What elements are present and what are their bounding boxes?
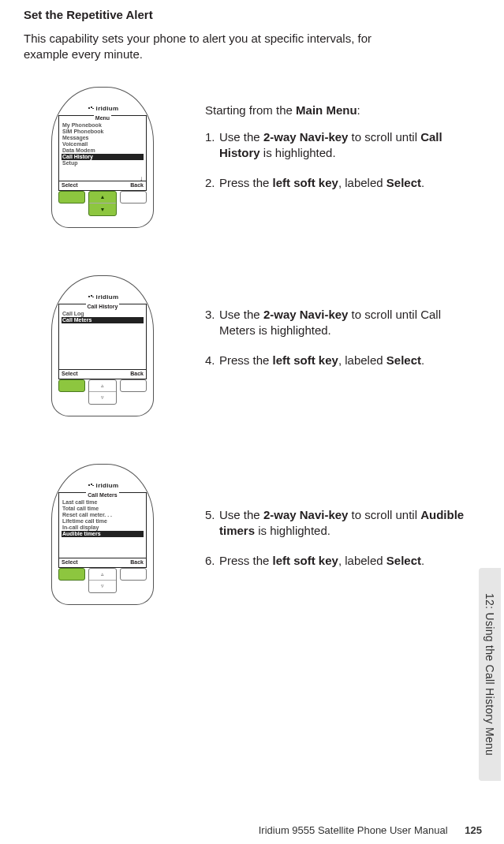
- softkey-right-label: Back: [130, 182, 144, 189]
- text: , labeled: [338, 554, 386, 567]
- phone-illustration-1: iridium Menu My PhonebookSIM PhonebookMe…: [51, 87, 154, 228]
- intro-text: This capability sets your phone to alert…: [24, 31, 402, 63]
- menu-item: Call Log: [62, 311, 144, 317]
- text-bold: Select: [386, 554, 421, 567]
- right-soft-key[interactable]: [120, 191, 147, 204]
- text: Use the: [219, 508, 263, 521]
- text-bold: Select: [386, 353, 421, 367]
- softkey-left-label: Select: [62, 371, 78, 377]
- step-3: 3. Use the 2-way Navi-key to scroll unti…: [205, 307, 472, 339]
- menu-item: Voicemail: [62, 141, 144, 148]
- menu-item: SIM Phonebook: [62, 129, 144, 135]
- navi-key[interactable]: ▲ ▼: [88, 191, 117, 216]
- step-text: Press the left soft key, labeled Select.: [219, 353, 472, 368]
- phone-screen-1: Menu My PhonebookSIM PhonebookMessagesVo…: [58, 115, 147, 191]
- menu-item: Last call time: [62, 499, 144, 506]
- text: , labeled: [338, 176, 386, 189]
- step-block-3: iridium Call Meters Last call timeTotal …: [24, 464, 472, 605]
- navi-down-icon: ▿: [89, 581, 116, 592]
- navi-up-icon: ▵: [89, 380, 116, 393]
- menu-item: Messages: [62, 135, 144, 141]
- step-text: Use the 2-way Navi-key to scroll until C…: [219, 307, 472, 339]
- right-soft-key[interactable]: [120, 379, 147, 392]
- step-number: 1.: [205, 129, 219, 162]
- text: is highlighted.: [255, 524, 330, 537]
- text: , labeled: [338, 353, 386, 367]
- step-number: 2.: [205, 175, 219, 191]
- navi-key[interactable]: ▵ ▿: [88, 379, 117, 405]
- step-number: 5.: [205, 507, 219, 540]
- left-soft-key[interactable]: [58, 379, 85, 392]
- menu-item: Total call time: [62, 506, 144, 512]
- menu-item: Audible timers: [62, 531, 144, 537]
- text: Use the: [219, 130, 263, 144]
- softkey-left-label: Select: [62, 559, 78, 566]
- right-soft-key[interactable]: [120, 568, 147, 581]
- left-soft-key[interactable]: [58, 568, 85, 581]
- left-soft-key[interactable]: [58, 191, 85, 204]
- softkey-right-label: Back: [130, 559, 144, 566]
- lead-text: Starting from the Main Menu:: [205, 103, 472, 118]
- navi-down-icon: ▼: [89, 204, 116, 215]
- phone-screen-3: Call Meters Last call timeTotal call tim…: [58, 492, 147, 568]
- text-bold: 2-way Navi-key: [263, 308, 349, 321]
- step-block-1: iridium Menu My PhonebookSIM PhonebookMe…: [24, 87, 472, 228]
- text: to scroll until: [348, 130, 420, 144]
- brand-label: iridium: [58, 293, 147, 301]
- text: .: [421, 554, 424, 567]
- text: :: [357, 103, 360, 117]
- screen-title: Menu: [94, 115, 111, 121]
- step-text: Press the left soft key, labeled Select.: [219, 175, 472, 191]
- menu-item: Call History: [62, 154, 144, 160]
- step-1: 1. Use the 2-way Navi-key to scroll unti…: [205, 129, 472, 162]
- text: to scroll until: [348, 508, 420, 521]
- phone-screen-2: Call History Call LogCall Meters Select …: [58, 304, 147, 379]
- chapter-tab: 12: Using the Call History Menu: [479, 568, 501, 781]
- screen-title: Call Meters: [86, 492, 118, 498]
- chapter-tab-label: 12: Using the Call History Menu: [483, 593, 496, 756]
- step-number: 3.: [205, 307, 219, 339]
- phone-illustration-3: iridium Call Meters Last call timeTotal …: [51, 464, 154, 605]
- screen-title: Call History: [86, 304, 120, 309]
- page-footer: Iridium 9555 Satellite Phone User Manual…: [259, 824, 482, 836]
- section-heading: Set the Repetitive Alert: [24, 8, 472, 21]
- step-5: 5. Use the 2-way Navi-key to scroll unti…: [205, 507, 472, 540]
- step-2: 2. Press the left soft key, labeled Sele…: [205, 175, 472, 191]
- text-bold: 2-way Navi-key: [263, 130, 349, 144]
- text: Starting from the: [205, 103, 296, 117]
- step-number: 6.: [205, 553, 219, 569]
- softkey-left-label: Select: [62, 182, 78, 189]
- text-bold: left soft key: [273, 176, 338, 189]
- softkey-right-label: Back: [130, 371, 144, 377]
- page-number: 125: [465, 824, 482, 836]
- navi-up-icon: ▵: [89, 569, 116, 581]
- text-bold: left soft key: [273, 554, 338, 567]
- step-text: Press the left soft key, labeled Select.: [219, 553, 472, 569]
- text: is highlighted.: [260, 146, 336, 159]
- menu-item: Lifetime call time: [62, 518, 144, 525]
- text: Press the: [219, 353, 273, 367]
- menu-item: Call Meters: [62, 317, 144, 323]
- text: Use the: [219, 308, 263, 321]
- text: .: [421, 176, 424, 189]
- step-text: Use the 2-way Navi-key to scroll until C…: [219, 129, 472, 162]
- menu-item: Data Modem: [62, 148, 144, 154]
- menu-item: Setup: [62, 160, 144, 166]
- menu-item: In-call display: [62, 525, 144, 531]
- text-bold: Select: [386, 176, 421, 189]
- text: .: [421, 353, 424, 367]
- text: Press the: [219, 176, 273, 189]
- brand-label: iridium: [58, 482, 147, 489]
- text-bold: left soft key: [273, 353, 338, 367]
- navi-key[interactable]: ▵ ▿: [88, 568, 117, 593]
- step-text: Use the 2-way Navi-key to scroll until A…: [219, 507, 472, 540]
- navi-down-icon: ▿: [89, 392, 116, 404]
- menu-item: My Phonebook: [62, 122, 144, 129]
- navi-up-icon: ▲: [89, 192, 116, 204]
- step-number: 4.: [205, 353, 219, 368]
- footer-title: Iridium 9555 Satellite Phone User Manual: [259, 824, 448, 836]
- phone-illustration-2: iridium Call History Call LogCall Meters…: [51, 275, 154, 416]
- menu-item: Reset call meter. . .: [62, 512, 144, 518]
- step-block-2: iridium Call History Call LogCall Meters…: [24, 275, 472, 416]
- step-4: 4. Press the left soft key, labeled Sele…: [205, 353, 472, 368]
